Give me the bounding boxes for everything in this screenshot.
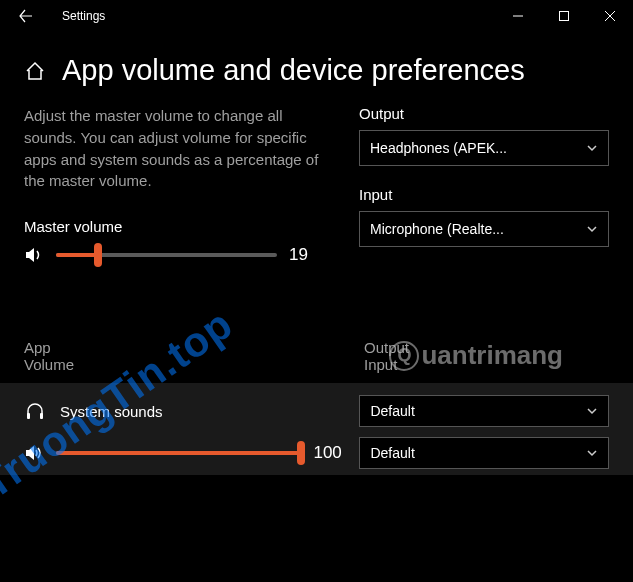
app-row-system-sounds: System sounds Default 100 Default xyxy=(0,383,633,475)
minimize-icon xyxy=(513,11,523,21)
chevron-down-icon xyxy=(586,447,598,459)
page-title: App volume and device preferences xyxy=(62,54,525,87)
master-volume-control: 19 xyxy=(24,245,319,265)
minimize-button[interactable] xyxy=(495,0,541,32)
app-output-value: Default xyxy=(370,403,414,419)
page-header: App volume and device preferences xyxy=(0,32,633,105)
slider-thumb[interactable] xyxy=(297,441,305,465)
svg-rect-0 xyxy=(560,12,569,21)
window-controls xyxy=(495,0,633,32)
app-input-dropdown[interactable]: Default xyxy=(359,437,609,469)
app-list-header: App Volume Output Input xyxy=(0,339,633,373)
titlebar: Settings xyxy=(0,0,633,32)
maximize-button[interactable] xyxy=(541,0,587,32)
chevron-down-icon xyxy=(586,142,598,154)
app-name: System sounds xyxy=(60,403,163,420)
speaker-icon[interactable] xyxy=(24,443,44,463)
chevron-down-icon xyxy=(586,405,598,417)
input-device-dropdown[interactable]: Microphone (Realte... xyxy=(359,211,609,247)
master-volume-label: Master volume xyxy=(24,218,319,235)
app-info: System sounds xyxy=(24,400,343,422)
left-column: Adjust the master volume to change all s… xyxy=(24,105,319,267)
app-column-header: App Volume xyxy=(24,339,364,373)
input-header: Input xyxy=(364,356,609,373)
output-device-value: Headphones (APEK... xyxy=(370,140,507,156)
maximize-icon xyxy=(559,11,569,21)
slider-fill xyxy=(56,253,98,257)
app-row-bottom: 100 Default xyxy=(24,437,609,469)
app-output-dropdown[interactable]: Default xyxy=(359,395,609,427)
app-volume-value: 100 xyxy=(313,443,343,463)
app-input-value: Default xyxy=(370,445,414,461)
app-row-top: System sounds Default xyxy=(24,395,609,427)
output-label: Output xyxy=(359,105,609,122)
headphones-icon xyxy=(24,400,46,422)
chevron-down-icon xyxy=(586,223,598,235)
device-column-header: Output Input xyxy=(364,339,609,373)
app-header-line2: Volume xyxy=(24,356,364,373)
right-column: Output Headphones (APEK... Input Microph… xyxy=(359,105,609,267)
description-text: Adjust the master volume to change all s… xyxy=(24,105,319,192)
content-area: Adjust the master volume to change all s… xyxy=(0,105,633,267)
home-icon[interactable] xyxy=(24,60,46,82)
input-label: Input xyxy=(359,186,609,203)
back-button[interactable] xyxy=(10,9,42,23)
svg-rect-2 xyxy=(40,413,43,419)
app-volume-control: 100 xyxy=(24,443,343,463)
slider-fill xyxy=(56,451,301,455)
app-volume-slider[interactable] xyxy=(56,451,301,455)
master-volume-slider[interactable] xyxy=(56,253,277,257)
output-device-dropdown[interactable]: Headphones (APEK... xyxy=(359,130,609,166)
input-device-value: Microphone (Realte... xyxy=(370,221,504,237)
arrow-left-icon xyxy=(19,9,33,23)
output-header: Output xyxy=(364,339,609,356)
close-icon xyxy=(605,11,615,21)
window-title: Settings xyxy=(42,9,105,23)
close-button[interactable] xyxy=(587,0,633,32)
master-volume-value: 19 xyxy=(289,245,319,265)
app-header-line1: App xyxy=(24,339,364,356)
svg-rect-1 xyxy=(27,413,30,419)
speaker-icon[interactable] xyxy=(24,245,44,265)
slider-thumb[interactable] xyxy=(94,243,102,267)
